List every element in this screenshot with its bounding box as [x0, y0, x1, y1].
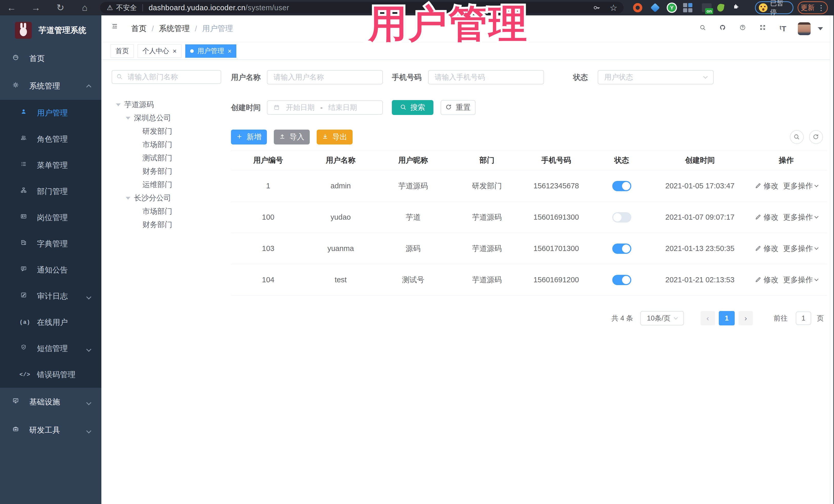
bookmark-star-icon[interactable]: ☆: [610, 3, 617, 13]
header-search-icon[interactable]: [700, 24, 708, 33]
browser-back-icon[interactable]: ←: [3, 0, 21, 15]
refresh-table-button[interactable]: [809, 130, 823, 144]
avatar-caret-icon[interactable]: [818, 27, 823, 30]
extension-icon-green-leaf[interactable]: [715, 2, 726, 13]
sidebar-item-online-users[interactable]: (a) 在线用户: [0, 309, 101, 335]
edit-link[interactable]: 修改: [755, 243, 778, 254]
profile-paused-badge[interactable]: 已暂停: [755, 1, 793, 14]
status-toggle[interactable]: [612, 212, 631, 222]
next-page-button[interactable]: ›: [739, 311, 753, 325]
tab-home[interactable]: 首页: [111, 44, 134, 58]
status-toggle[interactable]: [612, 243, 631, 254]
browser-update-button[interactable]: 更新 ⋮: [797, 1, 828, 14]
menu-list-icon: [20, 161, 30, 170]
more-actions-link[interactable]: 更多操作: [783, 181, 818, 191]
status-toggle[interactable]: [612, 181, 631, 191]
edit-link[interactable]: 修改: [755, 212, 778, 222]
browser-home-icon[interactable]: ⌂: [76, 0, 94, 15]
extension-icon-on-badge[interactable]: on: [701, 2, 712, 13]
mobile-input[interactable]: [428, 70, 544, 84]
sidebar-item-sms-management[interactable]: 短信管理: [0, 335, 101, 361]
browser-reload-icon[interactable]: ↻: [51, 0, 69, 15]
breadcrumb-home[interactable]: 首页: [131, 23, 147, 34]
sidebar-collapse-icon[interactable]: [112, 23, 124, 35]
sidebar-item-error-code[interactable]: </> 错误码管理: [0, 361, 101, 388]
tree-node-dept[interactable]: 市场部门: [142, 205, 172, 218]
edit-link[interactable]: 修改: [755, 275, 778, 285]
tree-node-root[interactable]: 芋道源码: [116, 98, 154, 111]
status-select[interactable]: 用户状态: [598, 70, 714, 84]
page-size-select[interactable]: 10条/页: [640, 311, 684, 325]
shield-check-icon: [20, 344, 30, 353]
sidebar-item-menu-management[interactable]: 菜单管理: [0, 152, 101, 178]
tree-node-dept[interactable]: 研发部门: [142, 125, 172, 138]
current-page-button[interactable]: 1: [719, 311, 735, 325]
sidebar-submenu-system: 用户管理 角色管理 菜单管理 部门管理: [0, 100, 101, 388]
toggle-search-button[interactable]: [790, 130, 804, 144]
user-avatar[interactable]: [798, 22, 811, 35]
import-button[interactable]: 导入: [274, 130, 310, 145]
tree-node-dept[interactable]: 市场部门: [142, 138, 172, 151]
tree-node-dept[interactable]: 测试部门: [142, 151, 172, 165]
search-button[interactable]: 搜索: [392, 100, 434, 115]
more-actions-link[interactable]: 更多操作: [783, 212, 818, 222]
sidebar-item-dept-management[interactable]: 部门管理: [0, 178, 101, 204]
sidebar-item-post-management[interactable]: 岗位管理: [0, 204, 101, 231]
tree-node-company[interactable]: 深圳总公司: [126, 111, 171, 125]
more-actions-link[interactable]: 更多操作: [783, 243, 818, 254]
online-users-icon: (a): [20, 319, 30, 326]
site-security-warning[interactable]: ⚠ 不安全: [107, 3, 137, 12]
chevron-down-icon: [703, 74, 708, 79]
fullscreen-icon[interactable]: [760, 24, 768, 33]
tree-node-dept[interactable]: 财务部门: [142, 218, 172, 232]
help-icon[interactable]: [740, 24, 748, 33]
sidebar-item-notice[interactable]: 通知公告: [0, 257, 101, 283]
date-range-picker[interactable]: 开始日期 - 结束日期: [267, 100, 383, 115]
sidebar-item-infrastructure[interactable]: 基础设施: [0, 388, 101, 416]
tree-node-dept[interactable]: 运维部门: [142, 178, 172, 192]
status-toggle[interactable]: [612, 275, 631, 285]
extension-icon-squares[interactable]: [682, 2, 694, 13]
tree-node-company[interactable]: 长沙分公司: [126, 192, 171, 205]
sidebar-item-home[interactable]: 首页: [0, 45, 101, 72]
sidebar-item-dict-management[interactable]: 字典管理: [0, 231, 101, 257]
sidebar-item-dev-tools[interactable]: 研发工具: [0, 416, 101, 444]
tree-expand-icon[interactable]: [116, 104, 120, 106]
close-icon[interactable]: ×: [173, 48, 177, 54]
dept-search-input[interactable]: [112, 70, 221, 84]
page-unit-label: 页: [817, 311, 824, 325]
browser-menu-kebab-icon[interactable]: ⋮: [817, 4, 825, 12]
app-logo[interactable]: 芋道管理系统: [0, 15, 101, 45]
sidebar-item-user-management[interactable]: 用户管理: [0, 100, 101, 126]
close-icon[interactable]: ×: [227, 48, 232, 54]
export-button[interactable]: 导出: [317, 130, 353, 145]
dept-search-field[interactable]: [112, 70, 221, 84]
add-button[interactable]: 新增: [231, 130, 267, 145]
password-key-icon[interactable]: [593, 4, 600, 12]
extensions-puzzle-icon[interactable]: [732, 2, 743, 13]
font-size-icon[interactable]: ᵗT: [780, 24, 787, 33]
prev-page-button[interactable]: ‹: [701, 311, 715, 325]
sidebar-item-system[interactable]: 系统管理: [0, 72, 101, 100]
github-icon[interactable]: [720, 24, 728, 33]
sidebar-item-audit-log[interactable]: 审计日志: [0, 283, 101, 309]
edit-link[interactable]: 修改: [755, 181, 778, 191]
breadcrumb-system[interactable]: 系统管理: [159, 23, 190, 34]
extension-icon-blue-gem[interactable]: [650, 2, 661, 13]
extension-icon-green-y[interactable]: Y: [666, 2, 678, 13]
extension-icon-orange[interactable]: [632, 2, 643, 13]
breadcrumb-current: 用户管理: [202, 23, 233, 34]
goto-page-input[interactable]: [796, 311, 811, 325]
more-actions-link[interactable]: 更多操作: [783, 275, 818, 285]
reset-button[interactable]: 重置: [441, 100, 476, 115]
address-bar[interactable]: ⚠ 不安全 dashboard.yudao.iocoder.cn/system/…: [100, 2, 623, 14]
tree-node-dept[interactable]: 财务部门: [142, 165, 172, 178]
browser-forward-icon[interactable]: →: [27, 0, 45, 15]
window-scrollbar[interactable]: [830, 15, 834, 504]
tree-expand-icon[interactable]: [126, 117, 130, 119]
tree-expand-icon[interactable]: [126, 197, 130, 200]
sidebar-item-role-management[interactable]: 角色管理: [0, 126, 101, 152]
username-input[interactable]: [267, 70, 383, 84]
tab-profile[interactable]: 个人中心 ×: [137, 44, 181, 58]
tab-user-management[interactable]: 用户管理 ×: [185, 44, 236, 58]
